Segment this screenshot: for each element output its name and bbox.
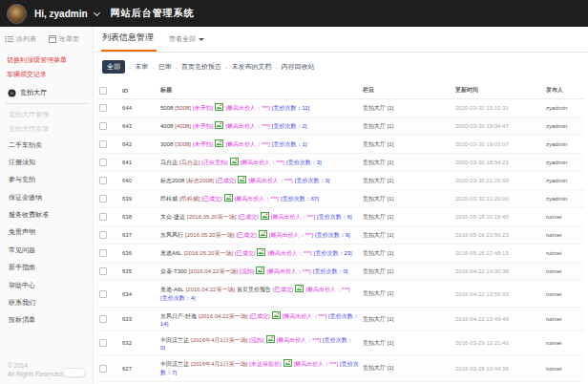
sidebar-item[interactable]: 常见问题 [0, 242, 93, 259]
row-author: zyadmin [544, 172, 584, 190]
row-author: zyadmin [544, 136, 584, 154]
sidebar-subitems: 竞拍大厅管理竞拍大厅添加 [0, 107, 93, 136]
user-greeting[interactable]: Hi, zyadmin [34, 9, 88, 19]
select-all-checkbox[interactable] [99, 87, 107, 95]
filter-link[interactable]: 内容回收站 [282, 62, 315, 72]
row-column: 竞拍大厅 [1] [361, 245, 453, 263]
row-bidder-tag: [最高出价人：***] [305, 287, 349, 292]
row-title-link[interactable]: 东风日产-轩逸 [160, 313, 197, 319]
row-checkbox[interactable] [99, 177, 107, 184]
row-title: 标志2008[标志2008][已成交][最高出价人：***][竞价次数：3] [158, 172, 361, 190]
row-checkbox[interactable] [99, 213, 107, 221]
row-bidder-tag: [最高出价人：***] [241, 160, 284, 165]
row-title: 昂科威[昂科威][已成交][最高出价人：***][竞价次数：67] [158, 190, 361, 208]
sidebar-item[interactable]: 服务收费标准 [0, 206, 93, 224]
row-checkbox[interactable] [99, 231, 107, 239]
row-session-tag: [标志2008] [186, 178, 214, 183]
row-checkbox[interactable] [99, 267, 107, 275]
sidebar-link-switch-top-menu[interactable]: 切换到顶级管理菜单 [0, 53, 93, 67]
header-updated: 更新时间 [453, 82, 544, 99]
row-title-link[interactable]: 奥迪A6L [160, 250, 182, 256]
row-author: zyadmin [544, 190, 584, 208]
row-title-link[interactable]: 众泰-T300 [160, 268, 187, 274]
row-title-link[interactable]: 马自达 [160, 160, 178, 165]
row-checkbox[interactable] [99, 195, 107, 203]
filter-separator: - [176, 64, 178, 71]
sidebar-subitem[interactable]: 竞拍大厅管理 [0, 107, 93, 121]
row-id: 642 [120, 136, 158, 154]
row-checkbox[interactable] [99, 122, 107, 130]
row-title-link[interactable]: 5008 [160, 105, 173, 111]
row-id: 627 [120, 355, 158, 382]
sidebar-subitem[interactable]: 竞拍大厅添加 [0, 121, 93, 136]
image-flag-icon [266, 335, 275, 343]
image-flag-icon [256, 267, 264, 274]
row-checkbox[interactable] [99, 104, 107, 112]
table-row: 634奥迪-A6L[2016.04.22第一场]首页竞价预告[已成交][最高出价… [97, 281, 584, 308]
row-title-link[interactable]: 东风风行 [160, 232, 183, 238]
filter-link[interactable]: 未发布的文档 [231, 62, 271, 72]
row-bidder-tag: [最高出价人：***] [235, 196, 279, 202]
filter-separator: - [225, 64, 227, 71]
chevron-down-icon[interactable] [94, 9, 100, 15]
row-title: 3008[3008][未开拍][最高出价人：***][竞价次数：1] [158, 136, 361, 154]
view-all-dropdown[interactable]: 查看全部 [169, 34, 204, 44]
row-title-link[interactable]: 奥迪-A6L [160, 287, 184, 292]
row-title: 东风风行[2016.05.20第一场][已成交][最高出价人：***][竞价次数… [158, 226, 361, 245]
table-row: 635众泰-T300[2016.04.22第一场][流拍][最高出价人：***]… [97, 263, 584, 281]
sidebar-item[interactable]: 保证金缴纳 [0, 189, 93, 206]
row-id: 640 [120, 172, 158, 190]
filter-link[interactable]: 未审 [135, 62, 148, 72]
table-row: 627丰田汉兰达[2016年4月1日第一场][未达保留价][最高出价人：***]… [97, 355, 584, 382]
row-title-link[interactable]: 丰田汉兰达 [160, 337, 189, 343]
row-id: 643 [120, 117, 158, 136]
tab-list-mode[interactable]: 添列表 [5, 34, 36, 44]
row-checkbox[interactable] [99, 249, 107, 257]
sidebar-item[interactable]: 免责声明 [0, 224, 93, 241]
row-id: 639 [120, 190, 158, 208]
row-title-link[interactable]: 标志2008 [160, 178, 184, 183]
row-id: 635 [120, 263, 158, 281]
row-checkbox[interactable] [99, 365, 107, 373]
row-bidder-tag: [最高出价人：***] [225, 141, 269, 147]
row-author: zyadmin [544, 154, 584, 172]
row-title-link[interactable]: 丰田汉兰达 [160, 361, 189, 367]
table-row: 640标志2008[标志2008][已成交][最高出价人：***][竞价次数：3… [97, 172, 584, 190]
sidebar-link-deal-records[interactable]: 车辆成交记录 [0, 67, 93, 81]
filter-link[interactable]: 首页竞价预告 [181, 62, 221, 72]
row-checkbox[interactable] [99, 315, 107, 323]
sidebar-item-auction-hall[interactable]: 竞拍大厅 [0, 81, 93, 101]
sidebar-item[interactable]: 二手车拍卖 [0, 136, 93, 153]
row-id: 641 [120, 154, 158, 172]
sidebar-item[interactable]: 注册须知 [0, 154, 93, 171]
row-title-link[interactable]: 大众-捷达 [160, 214, 185, 220]
row-checkbox[interactable] [99, 140, 107, 148]
avatar[interactable] [7, 4, 27, 24]
footer-toggle[interactable] [63, 368, 86, 377]
view-all-label: 查看全部 [169, 34, 196, 44]
row-title-link[interactable]: 3008 [160, 141, 173, 147]
tab-single-page-mode[interactable]: 改单页 [49, 34, 79, 44]
row-session-tag: [3008] [175, 141, 191, 147]
sidebar-item[interactable]: 参与竞拍 [0, 171, 93, 188]
filter-link[interactable]: 已审 [158, 62, 172, 72]
row-bid-count-tag: [竞价次数：4] [160, 295, 196, 301]
sidebar-item[interactable]: 新手指南 [0, 259, 93, 276]
row-title-link[interactable]: 4008 [160, 123, 173, 129]
sidebar-item[interactable]: 投标清单 [0, 311, 93, 329]
row-session-tag: [昂科威] [179, 196, 200, 202]
row-column: 竞拍大厅 [1] [361, 117, 453, 136]
page-title-tab[interactable]: 列表信息管理 [101, 32, 157, 52]
row-checkbox[interactable] [99, 339, 107, 347]
row-updated-time: 2016-03-29 12:21:40 [453, 331, 544, 355]
app-title: 网站后台管理系统 [111, 7, 195, 20]
row-checkbox[interactable] [99, 159, 107, 166]
row-bidder-tag: [最高出价人：***] [269, 232, 313, 238]
filter-all-badge[interactable]: 全部 [102, 60, 125, 74]
sidebar-item[interactable]: 联系我们 [0, 294, 93, 311]
row-title: 奥迪-A6L[2016.04.22第一场]首页竞价预告[已成交][最高出价人：*… [158, 281, 361, 308]
sidebar-item[interactable]: 帮助中心 [0, 276, 93, 293]
row-title-link[interactable]: 昂科威 [160, 196, 178, 202]
row-checkbox[interactable] [99, 290, 107, 298]
row-author: ruimei [544, 281, 584, 308]
